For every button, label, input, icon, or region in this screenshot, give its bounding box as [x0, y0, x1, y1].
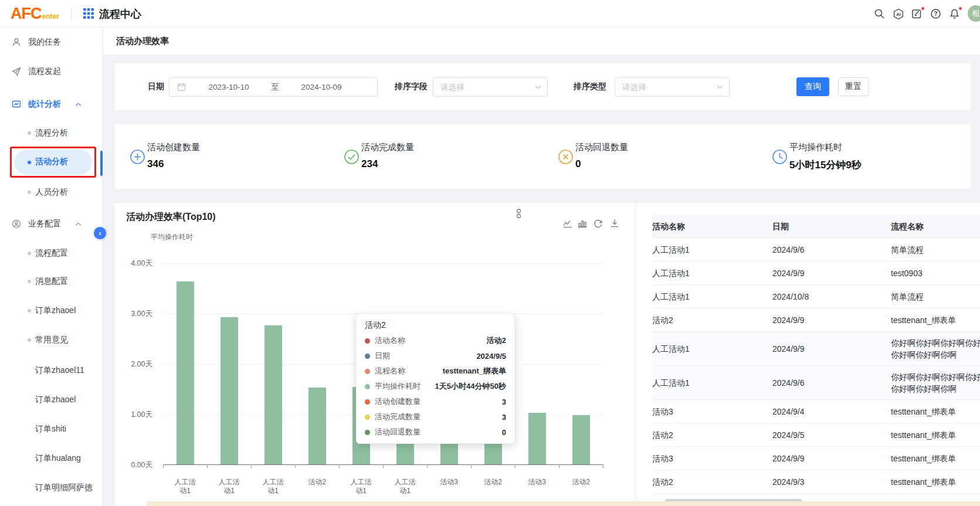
date-end-input[interactable]: 2024-10-09 — [287, 83, 356, 91]
query-button[interactable]: 查询 — [796, 77, 829, 96]
sidebar-item-label: 订单hualang — [35, 453, 81, 464]
ai-assistant-icon[interactable]: AI — [893, 8, 904, 20]
axis-tick — [515, 464, 516, 468]
chart-bar[interactable] — [177, 281, 194, 464]
refresh-icon[interactable] — [594, 219, 603, 228]
bell-icon[interactable] — [949, 8, 960, 19]
table-row[interactable]: 人工活动12024/10/8简单流程 — [652, 285, 980, 308]
activity-table-section: 活动名称 日期 流程名称 人工活动12024/9/6简单流程 人工活动12024… — [636, 203, 980, 506]
chevron-up-icon — [75, 103, 82, 107]
table-row[interactable]: 人工活动12024/9/9你好啊你好啊你好啊你好啊你好 你好啊你好啊你啊 — [652, 332, 980, 366]
filter-panel: 日期 2023-10-10 至 2024-10-09 排序字段 请选择 排序类型… — [114, 63, 971, 110]
chart-bar[interactable] — [528, 413, 546, 464]
series-dot — [365, 354, 370, 359]
check-circle-icon — [344, 149, 360, 165]
sidebar-item-message-config[interactable]: 消息配置 — [0, 270, 103, 293]
chevron-down-icon — [535, 85, 541, 89]
y-tick-label: 3.00天 — [114, 309, 152, 319]
x-tick-label: 人工活动1 — [339, 478, 383, 495]
sidebar-item-order-hualang[interactable]: 订单hualang — [0, 447, 103, 470]
search-icon[interactable] — [874, 8, 885, 19]
sidebar-item-order-zhaoel11[interactable]: 订单zhaoel11 — [0, 359, 103, 382]
table-row[interactable]: 活动22024/9/3testtenant_绑表单 — [652, 470, 980, 494]
sidebar-item-personnel-analysis[interactable]: 人员分析 — [0, 181, 103, 204]
tooltip-row: 活动名称 活动2 — [365, 333, 506, 348]
series-dot — [365, 384, 370, 389]
date-separator: 至 — [263, 82, 287, 93]
download-icon[interactable] — [610, 219, 619, 228]
column-header[interactable]: 日期 — [772, 220, 891, 232]
clock-icon — [772, 149, 788, 165]
axis-tick — [339, 464, 340, 468]
chart-board-icon — [12, 100, 21, 109]
stat-label: 平均操作耗时 — [789, 142, 842, 153]
column-header[interactable]: 活动名称 — [652, 220, 772, 232]
sidebar-item-label: 订单shiti — [35, 424, 66, 434]
top-header: AFCenter 流程中心 AI ? — [0, 0, 980, 28]
axis-tick — [251, 464, 252, 468]
sidebar-item-label: 流程发起 — [28, 66, 61, 77]
date-start-input[interactable]: 2023-10-10 — [194, 83, 263, 91]
table-row[interactable]: 人工活动12024/9/6你好啊你好啊你好啊你好啊你好 你好啊你好啊你啊 — [652, 366, 980, 400]
tooltip-row: 活动完成数量 3 — [365, 409, 506, 425]
sidebar-item-process-analysis[interactable]: 流程分析 — [0, 121, 103, 145]
sidebar-item-label: 业务配置 — [28, 219, 61, 229]
table-row[interactable]: 活动22024/9/5testtenant_绑表单 — [652, 423, 980, 447]
stats-panel: 活动创建数量 346 活动完成数量 234 活动回退数量 0 — [114, 124, 971, 189]
column-header[interactable]: 流程名称 — [891, 220, 980, 232]
tooltip-row: 活动回退数量 0 — [365, 425, 506, 440]
sidebar-section-statistics[interactable]: 统计分析 — [0, 93, 103, 116]
sort-type-select[interactable]: 请选择 — [615, 77, 730, 97]
sidebar-section-business-config[interactable]: 业务配置 — [0, 212, 103, 236]
chart-bar[interactable] — [572, 415, 590, 464]
sidebar-item-process-config[interactable]: 流程配置 — [0, 242, 103, 265]
chart-bar[interactable] — [221, 317, 238, 464]
sidebar-item-order-detail[interactable]: 订单明细阿萨德 — [0, 476, 103, 500]
table-row[interactable]: 活动32024/9/4testtenant_绑表单 — [652, 400, 980, 423]
bullet-icon — [28, 338, 31, 342]
axis-tick — [603, 464, 603, 468]
x-tick-label: 人工活动1 — [251, 478, 295, 495]
sidebar-item-activity-analysis[interactable]: 活动分析 — [15, 150, 92, 175]
sidebar-item-order-zhaoel-2[interactable]: 订单zhaoel — [0, 388, 103, 412]
content-area: 日期 2023-10-10 至 2024-10-09 排序字段 请选择 排序类型… — [103, 56, 980, 506]
sort-field-select[interactable]: 请选择 — [433, 77, 548, 97]
table-row[interactable]: 活动22024/9/9testtenant_绑表单 — [652, 308, 980, 332]
x-tick-label: 人工活动1 — [383, 478, 427, 495]
select-placeholder: 请选择 — [440, 82, 535, 93]
help-icon[interactable]: ? — [930, 8, 941, 19]
sidebar-item-my-tasks[interactable]: 我的任务 — [0, 30, 103, 54]
stack-toggle-icon[interactable] — [515, 209, 523, 219]
series-dot — [365, 399, 370, 405]
date-range-picker[interactable]: 2023-10-10 至 2024-10-09 — [169, 77, 378, 97]
table-header-row: 活动名称 日期 流程名称 — [652, 215, 980, 238]
bullet-icon — [28, 161, 31, 164]
sidebar-item-label: 消息配置 — [35, 276, 68, 287]
sidebar-item-common-opinions[interactable]: 常用意见 — [0, 328, 103, 352]
sidebar-item-order-shiti[interactable]: 订单shiti — [0, 417, 103, 441]
table-row[interactable]: 活动32024/9/9testtenant_绑表单 — [652, 447, 980, 470]
table-row[interactable]: 人工活动12024/9/6简单流程 — [652, 238, 980, 262]
table-row[interactable]: 人工活动12024/9/9test0903 — [652, 262, 980, 285]
app-logo[interactable]: AFCenter — [11, 5, 59, 23]
apps-grid-icon[interactable] — [83, 8, 94, 19]
reset-button[interactable]: 重置 — [838, 77, 869, 96]
x-circle-icon — [558, 149, 574, 165]
x-axis-labels: 人工活动1 人工活动1 人工活动1 活动2 人工活动1 人工活动1 活动3 活动… — [163, 478, 603, 499]
sidebar-item-process-start[interactable]: 流程发起 — [0, 60, 103, 83]
chart-bar[interactable] — [308, 388, 326, 464]
stat-avg-time: 平均操作耗时 5小时15分钟9秒 — [757, 124, 971, 189]
chart-bar[interactable] — [265, 325, 282, 464]
x-tick-label: 活动3 — [427, 478, 471, 487]
bar-chart-icon[interactable] — [578, 219, 587, 228]
chevron-up-icon — [75, 222, 82, 226]
user-avatar[interactable]: 租 — [968, 5, 980, 22]
sidebar-collapse-button[interactable]: ‹ — [94, 227, 106, 239]
compose-note-icon[interactable] — [911, 8, 923, 19]
logo-text: AFC — [11, 5, 42, 22]
line-chart-icon[interactable] — [563, 219, 572, 228]
y-tick-label: 0.00天 — [114, 460, 152, 470]
logo-suffix: enter — [42, 12, 59, 21]
axis-tick — [163, 464, 164, 468]
sidebar-item-order-zhaoel[interactable]: 订单zhaoel — [0, 299, 103, 322]
